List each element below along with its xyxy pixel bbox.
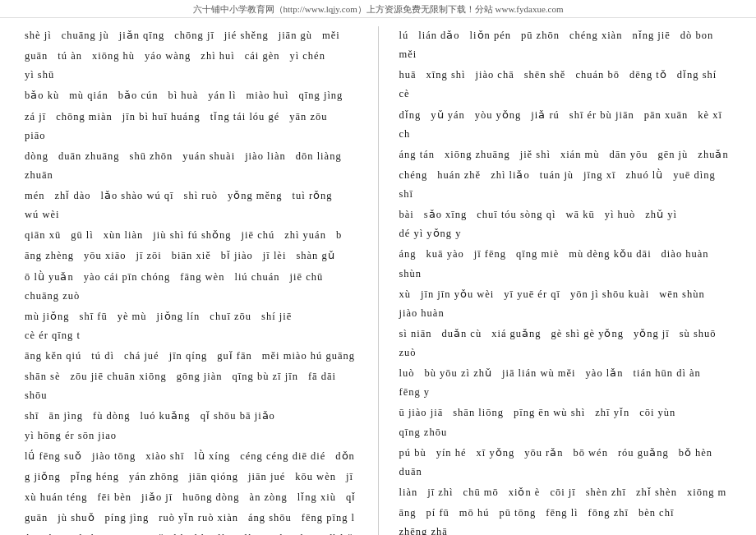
word: qīng jìng [299, 86, 343, 105]
word: pū zhōn [521, 26, 560, 45]
word: guān [25, 509, 48, 528]
word-row: pú bùyín héxī yǒngyōu rǎnbō wénróu guǎng… [399, 444, 732, 482]
word: fēng y [399, 383, 431, 402]
word: zhì liǎo [491, 166, 530, 185]
word: yǒng jī [634, 325, 670, 344]
word: yuán shuài [182, 147, 235, 166]
word: píng jìng [105, 509, 150, 528]
word: yáo wàng [145, 47, 191, 66]
word: cōi yùn [639, 404, 675, 422]
word-row: bǎo kùmù qiánbǎo cúnbì huàyán lìmiào huì… [25, 86, 357, 105]
word: qīng zhōu [399, 423, 448, 442]
word: zhēng zhā [399, 523, 448, 535]
word: jī zōi [136, 247, 161, 265]
word: jiǎn qīng [119, 26, 165, 45]
word: biān xiě [172, 247, 211, 265]
word: shàn gǔ [296, 247, 334, 265]
word: yōn jì shōu kuài [570, 285, 649, 304]
word: luó kuǎng [141, 407, 191, 426]
word-row: lúlián dǎoliǒn pénpū zhōnchéng xiànnǐng … [399, 26, 732, 64]
word: fāng wèn [180, 268, 224, 287]
word: pǐng héng [71, 468, 119, 487]
word: mù qián [69, 86, 108, 105]
word: chuī zōu [210, 307, 251, 326]
word: tuán jù [540, 166, 574, 185]
word: jī fēng [474, 245, 506, 264]
word: tuì rǒng [293, 187, 333, 205]
word: shū zhōn [130, 147, 173, 166]
word: fā dāi [308, 367, 336, 386]
word: pīng ēn wù shì [514, 404, 585, 422]
word: mù jiǒng [25, 307, 70, 326]
word: cè ér qīng t [25, 326, 81, 345]
word-row: liànjī zhìchū mōxiǒn ècōi jīshèn zhīzhǐ … [399, 483, 732, 502]
word: xiá guǎng [491, 325, 541, 344]
word: dòng [25, 147, 48, 166]
word-row: āng kěn qiútú dìchá juéjīn qíngguǐ fānmě… [25, 347, 357, 366]
word: xī yǒng [477, 444, 515, 463]
word: chōng jī [174, 26, 214, 45]
word: róu guǎng [618, 444, 669, 463]
word: céng céng diē dié [240, 447, 325, 466]
word: jiǎ rú [531, 106, 559, 125]
word: shī fū [80, 307, 108, 326]
word: áng jìng [25, 529, 65, 535]
word: mō hú [459, 504, 490, 523]
word: gū lì [71, 226, 94, 245]
word: zá jī [25, 108, 46, 127]
word: jī zhì [427, 483, 453, 502]
word: zhǔ yì [645, 205, 677, 224]
word: kōu wèn [295, 468, 336, 487]
word: fēi bèn [98, 488, 131, 507]
word: yī yuē ér qī [504, 285, 560, 304]
word: zhì yuán [284, 226, 326, 245]
word: duǎn cù [441, 325, 482, 344]
word-row: lǘ fēng suǒjiào tōngxiào shīlǜ xíngcéng … [25, 447, 357, 466]
word: shān sè [25, 367, 60, 386]
word: ū jiào jiā [399, 404, 444, 422]
word: shān bēng dì liě [275, 529, 353, 535]
word: lǜ xíng [194, 447, 230, 466]
word: xùn liàn [104, 226, 144, 245]
word: yǒng měng [228, 187, 283, 205]
word: shī [25, 407, 39, 426]
word: lǎo shào wú qī [101, 187, 174, 205]
word-row: ō lǜ yuǎnyào cái pīn chóngfāng wènliú ch… [25, 268, 357, 306]
word: xù [399, 285, 412, 304]
word: yì chén [289, 47, 325, 66]
word: diào huàn [662, 245, 709, 264]
word-row: ángkuā yàojī fēngqīng mièmù dèng kǒu dāi… [399, 245, 732, 283]
word: dò bon [680, 26, 713, 45]
word: cè [399, 85, 410, 104]
word: zhǐ shèn [636, 483, 677, 502]
word-row: dòngduān zhuāngshū zhōnyuán shuàijiào li… [25, 147, 357, 185]
word: hào hào dàng dàng [174, 529, 265, 535]
word: sù shuō [680, 325, 717, 344]
word: jiǎo jī [141, 488, 173, 507]
word: dǐng shí [677, 66, 717, 85]
word: tú àn [58, 47, 82, 66]
word-row: qiān xūgū lìxùn liànjiù shì fú shǒngjiē … [25, 226, 357, 245]
word: g jiǒng [25, 468, 61, 487]
top-bar: 六十铺中小学教育网（http://www.lqjy.com）上方资源免费无限制下… [0, 0, 756, 18]
word: wēn shùn [659, 285, 705, 304]
word: xiōng m [687, 483, 726, 502]
word: zhī yǐn [595, 404, 629, 422]
word: shè jì [25, 26, 52, 45]
word: chéng [399, 166, 428, 185]
word: ch [399, 125, 411, 144]
word: kè xī [698, 106, 722, 125]
word: yān zōu [289, 108, 327, 127]
word: àn zòng [250, 488, 288, 507]
word-row: shè jìchuāng jùjiǎn qīngchōng jījié shěn… [25, 26, 357, 45]
word: wā kū [565, 205, 594, 224]
word-row: āng zhèngyōu xiāojī zōibiān xiěbǐ jiàojī… [25, 247, 357, 265]
word-row: shīān jìngfù dòngluó kuǎngqǐ shōu bā jiǎ… [25, 407, 357, 445]
word-row: áng jìngshuì tiān xiōng jiěhào hào dàng … [25, 529, 357, 535]
word: mén [25, 187, 45, 205]
word: shí jiē [261, 307, 292, 326]
word: jiā lián wù měi [502, 364, 576, 383]
word: zhǐ dào [55, 187, 91, 205]
word: nǐng jiē [632, 26, 670, 45]
word: jiān gù [279, 26, 312, 45]
